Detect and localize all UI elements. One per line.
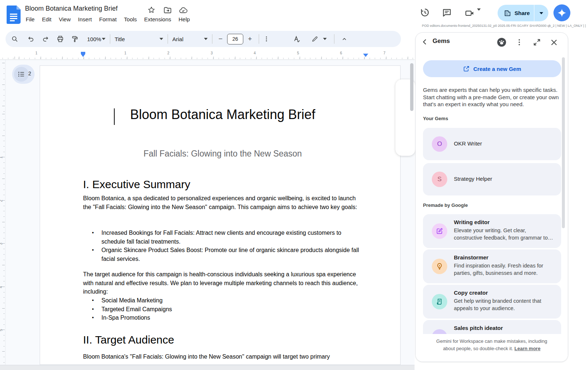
gem-name: Brainstormer — [454, 254, 488, 261]
disclaimer-line2: about people, so double-check it. — [443, 346, 513, 351]
create-new-gem-button[interactable]: Create a new Gem — [423, 60, 561, 77]
font-select[interactable]: Arial — [169, 33, 211, 45]
ruler-number: 5 — [0, 329, 3, 331]
paint-format-icon[interactable] — [69, 33, 81, 45]
doc-bullet-list: Social Media Marketing Targeted Email Ca… — [101, 296, 364, 322]
close-icon[interactable] — [549, 38, 560, 48]
organization-building-icon — [504, 10, 511, 17]
toolbar-divider — [259, 34, 259, 44]
document-scrollbar[interactable] — [410, 63, 413, 111]
gem-description: Get help writing branded content that ap… — [454, 298, 556, 312]
gem-initial: O — [437, 140, 442, 148]
menu-insert[interactable]: Insert — [74, 15, 96, 23]
document-title[interactable]: Bloom Botanica Marketing Brief — [25, 5, 118, 12]
pen-tool-select[interactable] — [308, 33, 330, 45]
doc-heading-1: I. Executive Summary — [83, 178, 190, 191]
redo-icon[interactable] — [39, 33, 52, 45]
ruler-number: 3 — [0, 243, 3, 245]
menu-view[interactable]: View — [55, 15, 74, 23]
gem-avatar — [432, 294, 447, 309]
menu-edit[interactable]: Edit — [38, 15, 55, 23]
gems-side-panel: Gems Create a new Gem Gems are experts t… — [415, 32, 568, 362]
gem-card-okr-writer[interactable]: O OKR Writer — [423, 128, 561, 160]
search-menus-icon[interactable] — [8, 33, 21, 45]
toolbar-divider — [110, 34, 110, 44]
left-indent-marker[interactable] — [81, 52, 85, 57]
meet-chevron-down-icon[interactable] — [477, 11, 482, 16]
back-icon[interactable] — [420, 37, 430, 47]
increase-font-size-button[interactable]: + — [245, 33, 255, 45]
gems-description: Gems are experts that can help you with … — [423, 86, 563, 108]
paragraph-style-value: Title — [115, 36, 125, 42]
font-size-input[interactable]: 26 — [227, 34, 243, 44]
toolbar: 100% Title Arial − 26 + — [6, 31, 401, 47]
open-in-new-icon — [463, 65, 470, 72]
gemini-disclaimer: Gemini for Workspace can make mistakes, … — [416, 334, 568, 362]
gem-name: Copy creator — [454, 290, 488, 296]
gem-card-strategy-helper[interactable]: S Strategy Helper — [423, 163, 561, 195]
menu-help[interactable]: Help — [175, 15, 194, 23]
panel-scrollbar[interactable] — [562, 57, 565, 228]
zoom-select[interactable]: 100% — [84, 33, 108, 45]
gem-avatar: S — [432, 172, 447, 187]
decrease-font-size-button[interactable]: − — [215, 33, 226, 45]
gem-card-brainstormer[interactable]: Brainstormer Find inspiration easily. Fr… — [423, 249, 561, 283]
gem-name: OKR Writer — [454, 140, 482, 147]
your-gems-label: Your Gems — [423, 116, 448, 121]
paw-easter-egg-icon[interactable] — [496, 37, 507, 47]
document-page[interactable]: Bloom Botanica Marketing Brief Fall Faci… — [40, 65, 401, 365]
doc-bullet-item: In-Spa Promotions — [101, 313, 364, 322]
doc-heading-1: II. Target Audience — [83, 334, 174, 346]
gem-card-copy-creator[interactable]: Copy creator Get help writing branded co… — [423, 285, 561, 319]
gemini-spark-button[interactable] — [553, 4, 570, 21]
panel-title: Gems — [433, 37, 450, 45]
horizontal-scroll-track[interactable] — [0, 365, 415, 370]
learn-more-link[interactable]: Learn more — [514, 346, 541, 351]
gem-description: Elevate your writing. Get clear, constru… — [454, 227, 556, 241]
star-icon[interactable] — [147, 6, 156, 15]
document-tabs-button[interactable]: 2 — [12, 65, 35, 84]
premade-by-google-label: Premade by Google — [423, 202, 468, 208]
pen-icon — [311, 35, 319, 43]
menu-file[interactable]: File — [22, 15, 38, 23]
google-docs-logo-icon[interactable] — [7, 6, 21, 24]
ruler-number: 6 — [340, 51, 342, 55]
horizontal-ruler: 1 1 2 3 4 5 6 7 — [0, 51, 415, 60]
meet-videocam-icon[interactable] — [465, 8, 475, 18]
expand-panel-icon[interactable] — [533, 38, 543, 48]
menu-extensions[interactable]: Extensions — [140, 15, 175, 23]
menu-tools[interactable]: Tools — [120, 15, 140, 23]
spelling-grammar-check-icon[interactable] — [291, 33, 303, 45]
paragraph-style-select[interactable]: Title — [112, 33, 166, 45]
more-options-icon[interactable] — [261, 33, 272, 45]
font-value: Arial — [172, 36, 183, 42]
doc-paragraph: Bloom Botanica, a spa dedicated to perso… — [83, 194, 364, 211]
version-history-icon[interactable] — [419, 7, 430, 18]
share-button[interactable]: Share — [498, 5, 548, 21]
panel-more-options-icon[interactable] — [515, 38, 525, 48]
share-chevron-down-icon[interactable] — [534, 12, 548, 14]
gem-description: Find inspiration easily. Fresh ideas for… — [454, 262, 556, 277]
doc-bullet-item: Targeted Email Campaigns — [101, 305, 364, 314]
lightbulb-icon — [436, 263, 443, 270]
gem-avatar — [432, 223, 447, 239]
right-indent-marker[interactable] — [363, 54, 368, 57]
comments-icon[interactable] — [442, 7, 452, 18]
ruler-number: 7 — [383, 51, 386, 55]
gem-name: Strategy Helper — [454, 176, 492, 182]
undo-icon[interactable] — [25, 33, 37, 45]
ruler-number: 1 — [124, 51, 126, 55]
menu-format[interactable]: Format — [96, 15, 121, 23]
disclaimer-line1: Gemini for Workspace can make mistakes, … — [436, 338, 547, 344]
gem-avatar: O — [432, 136, 447, 152]
print-icon[interactable] — [54, 33, 67, 45]
doc-bullet-item: Social Media Marketing — [101, 296, 364, 305]
doc-bullet-item: Increased Bookings for Fall Facials: Att… — [101, 229, 364, 246]
ruler-number: 3 — [211, 51, 213, 55]
ruler-number: 5 — [297, 51, 299, 55]
hide-menus-chevron-up-icon[interactable] — [338, 33, 351, 45]
gem-card-writing-editor[interactable]: Writing editor Elevate your writing. Get… — [423, 214, 561, 248]
move-to-folder-icon[interactable] — [163, 6, 172, 15]
google-docs-window: Bloom Botanica Marketing Brief File Edit… — [0, 0, 588, 370]
cloud-saved-icon[interactable] — [179, 6, 187, 15]
